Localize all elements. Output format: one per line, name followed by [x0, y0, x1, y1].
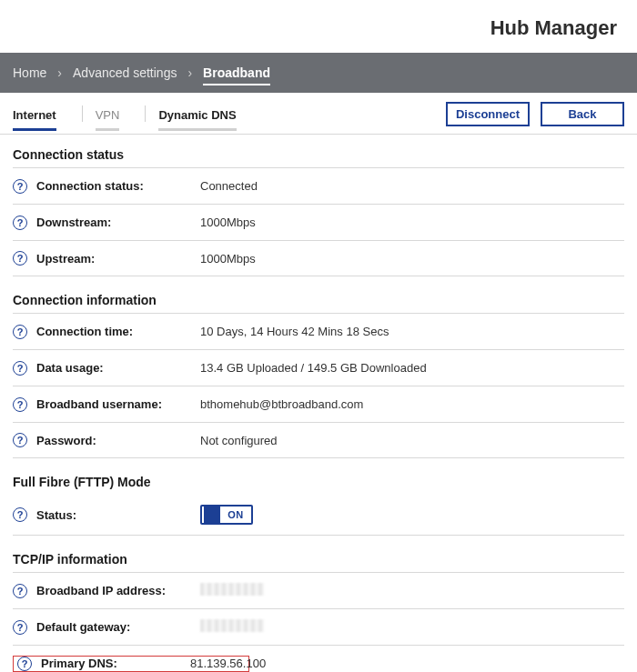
- row-value: 13.4 GB Uploaded / 149.5 GB Downloaded: [200, 361, 427, 375]
- help-icon[interactable]: ?: [13, 584, 27, 598]
- row-label: Primary DNS:: [41, 657, 190, 670]
- breadcrumb-home[interactable]: Home: [13, 64, 46, 82]
- breadcrumb-broadband[interactable]: Broadband: [203, 64, 270, 85]
- row-label: Default gateway:: [36, 620, 200, 634]
- chevron-right-icon: ›: [187, 65, 192, 80]
- row-default-gateway: ? Default gateway:: [13, 608, 624, 645]
- row-value: Not configured: [200, 434, 278, 447]
- subtabs: Internet VPN Dynamic DNS: [13, 105, 446, 131]
- breadcrumb: Home › Advanced settings › Broadband: [0, 53, 637, 93]
- help-icon[interactable]: ?: [13, 397, 27, 412]
- row-label: Connection time:: [36, 325, 200, 338]
- breadcrumb-advanced-settings[interactable]: Advanced settings: [73, 64, 177, 82]
- row-value: 81.139.56.100: [190, 657, 266, 670]
- row-fttp-status: ? Status: ON: [13, 495, 624, 536]
- help-icon[interactable]: ?: [13, 433, 27, 447]
- help-icon[interactable]: ?: [13, 179, 27, 194]
- row-connection-status: ? Connection status: Connected: [13, 167, 624, 204]
- help-icon[interactable]: ?: [13, 507, 27, 522]
- section-connection-info: Connection information ? Connection time…: [0, 280, 637, 462]
- section-title: Full Fibre (FTTP) Mode: [13, 475, 624, 489]
- row-password: ? Password: Not configured: [13, 422, 624, 458]
- row-label: Connection status:: [36, 179, 200, 193]
- row-label: Data usage:: [36, 361, 200, 375]
- row-broadband-username: ? Broadband username: bthomehub@btbroadb…: [13, 386, 624, 422]
- section-title: TCP/IP information: [13, 552, 624, 567]
- redacted-value: [200, 583, 264, 596]
- row-downstream: ? Downstream: 1000Mbps: [13, 204, 624, 240]
- toggle-label: ON: [220, 509, 251, 520]
- help-icon[interactable]: ?: [13, 620, 27, 635]
- section-title: Connection information: [13, 293, 624, 307]
- row-value: [200, 583, 264, 598]
- row-label: Broadband username:: [36, 397, 200, 411]
- action-buttons: Disconnect Back: [446, 102, 624, 134]
- help-icon[interactable]: ?: [13, 325, 27, 339]
- help-icon[interactable]: ?: [13, 361, 27, 376]
- toggle-knob: [204, 507, 220, 523]
- divider: [145, 105, 146, 122]
- section-title: Connection status: [13, 147, 624, 162]
- section-connection-status: Connection status ? Connection status: C…: [0, 135, 637, 280]
- redacted-value: [200, 619, 264, 632]
- row-broadband-ip: ? Broadband IP address:: [13, 572, 624, 608]
- row-label: Upstream:: [36, 252, 200, 266]
- row-data-usage: ? Data usage: 13.4 GB Uploaded / 149.5 G…: [13, 349, 624, 386]
- section-fttp-mode: Full Fibre (FTTP) Mode ? Status: ON: [0, 462, 637, 539]
- disconnect-button[interactable]: Disconnect: [446, 102, 530, 126]
- row-value: 1000Mbps: [200, 252, 256, 266]
- row-label: Downstream:: [36, 216, 200, 229]
- chevron-right-icon: ›: [57, 65, 62, 80]
- app-title: Hub Manager: [0, 0, 637, 53]
- tab-dynamic-dns[interactable]: Dynamic DNS: [158, 105, 236, 131]
- tab-vpn[interactable]: VPN: [96, 105, 120, 131]
- row-label: Password:: [36, 434, 200, 447]
- divider: [82, 105, 83, 122]
- row-value: [200, 619, 264, 635]
- row-value: 10 Days, 14 Hours 42 Mins 18 Secs: [200, 325, 389, 338]
- highlight-box: ? Primary DNS: 81.139.56.100: [13, 656, 249, 672]
- row-value: bthomehub@btbroadband.com: [200, 397, 363, 411]
- row-label: Broadband IP address:: [36, 584, 200, 597]
- back-button[interactable]: Back: [541, 102, 624, 126]
- section-tcpip: TCP/IP information ? Broadband IP addres…: [0, 539, 637, 672]
- row-label: Status:: [36, 508, 200, 522]
- row-connection-time: ? Connection time: 10 Days, 14 Hours 42 …: [13, 313, 624, 349]
- row-value: 1000Mbps: [200, 216, 256, 229]
- help-icon[interactable]: ?: [13, 251, 27, 266]
- fttp-toggle[interactable]: ON: [200, 505, 253, 525]
- subnav: Internet VPN Dynamic DNS Disconnect Back: [0, 93, 637, 135]
- row-upstream: ? Upstream: 1000Mbps: [13, 240, 624, 276]
- row-value: Connected: [200, 179, 258, 193]
- help-icon[interactable]: ?: [13, 216, 27, 230]
- row-primary-dns: ? Primary DNS: 81.139.56.100: [13, 645, 624, 672]
- help-icon[interactable]: ?: [17, 657, 32, 671]
- tab-internet[interactable]: Internet: [13, 105, 56, 131]
